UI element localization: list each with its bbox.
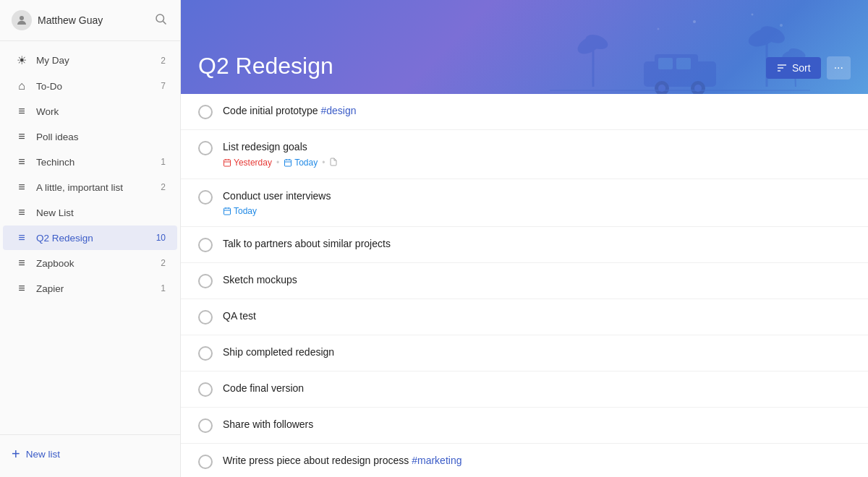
sidebar-item-count: 2 [154,182,166,192]
sort-icon [776,62,788,74]
sidebar-item-label: Work [36,106,166,117]
task-item[interactable]: Conduct user interviews Today [181,179,868,228]
svg-point-0 [20,16,24,20]
task-date-overdue: Yesterday [223,158,272,168]
task-content: Code initial prototype #design [223,104,851,119]
task-text: List redesign goals [223,141,307,152]
note-icon [329,158,338,168]
task-text: Code initial prototype #design [223,105,356,116]
task-content: Share with followers [223,418,851,432]
task-checkbox[interactable] [198,418,213,433]
task-item[interactable]: Code final version [181,371,868,408]
meta-dot: • [322,158,325,168]
header-decoration [550,7,810,94]
svg-point-1 [156,14,164,22]
task-checkbox[interactable] [198,105,213,119]
task-tag: #marketing [412,455,461,466]
sidebar-item-label: New List [36,207,166,218]
task-checkbox[interactable] [198,190,213,205]
sidebar-item-count: 7 [154,81,166,91]
svg-line-2 [163,21,166,24]
task-text: Code final version [223,382,304,394]
svg-point-24 [780,24,783,27]
list-icon: ≡ [14,181,29,194]
task-text: Ship completed redesign [223,346,334,358]
task-checkbox[interactable] [198,346,213,361]
task-content: Code final version [223,382,851,396]
task-item[interactable]: Ship completed redesign [181,335,868,371]
task-content: Ship completed redesign [223,345,851,360]
svg-rect-28 [224,160,231,166]
sidebar-item-poll-ideas[interactable]: ≡ Poll ideas [3,124,177,149]
task-item[interactable]: Sketch mockups [181,263,868,299]
sidebar-item-zapier[interactable]: ≡ Zapier 1 [3,276,177,301]
task-item[interactable]: List redesign goals Yesterday• Today• [181,130,868,179]
main-content: Q2 Redesign Sort ··· Code initial protot… [181,0,868,477]
sidebar-item-label: Techinch [36,157,154,168]
meta-dot: • [276,158,279,168]
sidebar-item-q2-redesign[interactable]: ≡ Q2 Redesign 10 [3,225,177,250]
new-list-label: New list [26,449,60,460]
task-text: QA test [223,310,256,322]
search-button[interactable] [153,11,169,30]
task-text: Sketch mockups [223,274,297,285]
task-text: Talk to partners about similar projects [223,238,391,249]
svg-rect-32 [285,160,292,166]
new-list-button[interactable]: + New list [12,442,60,465]
task-list: Code initial prototype #design List rede… [181,94,868,477]
more-options-button[interactable]: ··· [827,56,851,80]
sidebar-item-work[interactable]: ≡ Work [3,99,177,124]
sidebar-item-count: 1 [154,283,166,293]
task-text: Write press piece about redesign process… [223,455,461,466]
sidebar-item-new-list[interactable]: ≡ New List [3,200,177,225]
task-item[interactable]: Share with followers [181,408,868,444]
task-checkbox[interactable] [198,141,213,155]
task-checkbox[interactable] [198,382,213,397]
list-icon: ≡ [14,105,29,118]
task-text: Conduct user interviews [223,190,331,202]
page-title: Q2 Redesign [198,53,766,80]
list-icon: ≡ [14,155,29,168]
task-content: Conduct user interviews Today [223,189,851,217]
sidebar-item-techinch[interactable]: ≡ Techinch 1 [3,150,177,174]
more-icon: ··· [834,61,843,74]
sidebar-item-count: 2 [154,258,166,268]
task-checkbox[interactable] [198,274,213,288]
sidebar-item-label: A little, important list [36,182,154,193]
task-item[interactable]: Code initial prototype #design [181,94,868,130]
task-text: Share with followers [223,418,313,430]
sidebar-item-to-do[interactable]: ⌂ To-Do 7 [3,74,177,98]
task-content: Sketch mockups [223,273,851,288]
list-header: Q2 Redesign Sort ··· [181,0,868,94]
task-date-today: Today [223,206,257,216]
sidebar-item-my-day[interactable]: ☀ My Day 2 [3,48,177,73]
sidebar-nav: ☀ My Day 2 ⌂ To-Do 7 ≡ Work ≡ Poll ideas… [0,41,180,434]
task-content: Write press piece about redesign process… [223,454,851,468]
svg-rect-36 [224,208,231,215]
task-date-today: Today [284,158,318,168]
sidebar-item-count: 2 [154,56,166,66]
list-icon: ≡ [14,257,29,270]
list-icon: ≡ [14,231,29,244]
sidebar-item-label: Zapier [36,283,154,294]
sidebar-item-zapbook[interactable]: ≡ Zapbook 2 [3,251,177,275]
task-checkbox[interactable] [198,455,213,469]
task-content: Talk to partners about similar projects [223,237,851,252]
task-checkbox[interactable] [198,310,213,325]
task-meta: Today [223,206,851,216]
task-item[interactable]: Talk to partners about similar projects [181,227,868,263]
sidebar-item-label: Zapbook [36,258,154,269]
sort-button[interactable]: Sort [766,57,821,79]
user-profile[interactable]: Matthew Guay [12,10,103,30]
sort-label: Sort [792,62,811,74]
list-icon: ≡ [14,206,29,219]
task-item[interactable]: Write press piece about redesign process… [181,444,868,477]
task-checkbox[interactable] [198,238,213,252]
username: Matthew Guay [38,14,103,26]
sidebar-item-a-little-important-list[interactable]: ≡ A little, important list 2 [3,175,177,199]
task-item[interactable]: QA test [181,299,868,335]
svg-point-21 [693,20,696,23]
sidebar-item-count: 10 [154,233,166,243]
task-content: QA test [223,309,851,324]
task-meta: Yesterday• Today• [223,158,851,168]
